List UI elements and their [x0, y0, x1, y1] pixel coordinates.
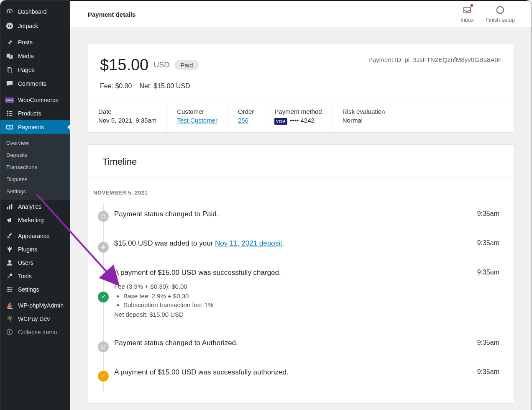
timeline-item: Payment status changed to Paid.9:35am — [92, 203, 499, 233]
timeline-details: Fee (3.9% + $0.30): $0.00Base fee: 2.9% … — [114, 283, 281, 318]
svg-rect-6 — [9, 111, 12, 112]
customer-link[interactable]: Test Customer — [177, 117, 217, 124]
sidebar-item-plugins[interactable]: Plugins — [0, 243, 70, 256]
svg-rect-4 — [7, 113, 8, 114]
inbox-button[interactable]: Inbox — [460, 5, 474, 23]
sidebar-item-posts[interactable]: Posts — [0, 36, 70, 49]
payment-id: Payment ID: pi_3JsFTN2EQznfM8yv0GBa8A0F — [368, 56, 502, 63]
timeline-item: A payment of $15.00 USD was successfully… — [92, 361, 499, 391]
svg-text:$: $ — [9, 126, 11, 129]
svg-point-14 — [8, 260, 11, 263]
timeline-item: A payment of $15.00 USD was successfully… — [92, 262, 499, 332]
timeline-dot-icon — [98, 292, 109, 302]
timeline-item: $15.00 USD was added to your Nov 11, 202… — [92, 233, 499, 262]
meta-date: DateNov 5, 2021, 9:35am — [88, 100, 167, 132]
svg-rect-3 — [7, 111, 8, 112]
timeline-date: NOVEMBER 5, 2021 — [93, 190, 499, 196]
settings-icon — [5, 286, 14, 293]
visa-icon: VISA — [274, 118, 287, 125]
sidebar-collapse[interactable]: Collapse menu — [0, 325, 70, 339]
admin-sidebar: Dashboard Jetpack Posts Media Pages Comm… — [0, 0, 70, 410]
sidebar-item-media[interactable]: Media — [0, 49, 70, 63]
products-icon — [5, 110, 14, 117]
sidebar-item-appearance[interactable]: Appearance — [0, 229, 70, 243]
marketing-icon — [5, 217, 14, 223]
timeline-text: A payment of $15.00 USD was successfully… — [114, 269, 281, 277]
svg-point-23 — [497, 7, 504, 14]
sidebar-item-marketing[interactable]: Marketing — [0, 213, 70, 227]
sidebar-item-payments[interactable]: $Payments — [0, 120, 70, 134]
plugins-icon — [5, 246, 14, 253]
analytics-icon — [5, 203, 14, 210]
submenu-disputes[interactable]: Disputes — [0, 173, 70, 185]
timeline-time: 9:35am — [477, 210, 499, 218]
timeline-dot-icon — [98, 211, 109, 222]
sidebar-item-comments[interactable]: Comments — [0, 77, 70, 91]
deposit-link[interactable]: Nov 11, 2021 deposit — [215, 239, 282, 247]
sidebar-item-analytics[interactable]: Analytics — [0, 200, 70, 213]
svg-point-18 — [8, 287, 9, 288]
sidebar-item-tools[interactable]: Tools — [0, 269, 70, 283]
timeline-text: Payment status changed to Paid. — [114, 210, 219, 218]
meta-customer: CustomerTest Customer — [167, 100, 228, 132]
svg-point-20 — [8, 290, 10, 292]
tools-icon — [5, 273, 14, 279]
timeline-dot-icon — [98, 341, 109, 352]
submenu-transactions[interactable]: Transactions — [0, 161, 70, 173]
submenu-deposits[interactable]: Deposits — [0, 149, 70, 161]
appearance-icon — [5, 233, 14, 239]
timeline-dot-icon — [98, 242, 109, 253]
sidebar-item-wcpaydev[interactable]: 🌴WCPay Dev — [0, 312, 70, 325]
submenu-settings[interactable]: Settings — [0, 185, 70, 197]
comments-icon — [5, 80, 14, 87]
svg-rect-2 — [8, 68, 12, 73]
sidebar-item-dashboard[interactable]: Dashboard — [0, 5, 70, 19]
svg-rect-13 — [11, 204, 12, 210]
svg-point-19 — [10, 289, 12, 290]
timeline-heading: Timeline — [88, 145, 514, 177]
finish-setup-button[interactable]: Finish setup — [486, 5, 515, 23]
timeline-time: 9:35am — [477, 339, 499, 346]
fee-net-row: Fee: $0.00Net: $15.00 USD — [88, 82, 514, 100]
sidebar-item-settings[interactable]: Settings — [0, 283, 70, 296]
status-badge: Paid — [174, 60, 199, 70]
collapse-icon — [5, 329, 14, 336]
sidebar-item-pages[interactable]: Pages — [0, 63, 70, 77]
timeline-text: A payment of $15.00 USD was successfully… — [114, 368, 289, 377]
sidebar-item-phpmyadmin[interactable]: ⛵WP-phpMyAdmin — [0, 299, 70, 312]
timeline-text: Payment status changed to Authorized. — [114, 339, 238, 347]
timeline-time: 9:35am — [477, 368, 499, 376]
meta-risk: Risk evaluationNormal — [332, 100, 395, 132]
sidebar-item-users[interactable]: Users — [0, 256, 70, 269]
sidebar-item-jetpack[interactable]: Jetpack — [0, 19, 70, 33]
users-icon — [5, 259, 14, 266]
svg-rect-12 — [9, 205, 10, 210]
payment-currency: USD — [153, 61, 169, 69]
meta-payment-method: Payment methodVISA•••• 4242 — [264, 100, 332, 132]
sidebar-item-products[interactable]: Products — [0, 107, 70, 120]
payments-icon: $ — [5, 123, 14, 131]
timeline-text: $15.00 USD was added to your Nov 11, 202… — [114, 239, 284, 248]
payment-summary-card: $15.00 USD Paid Payment ID: pi_3JsFTN2EQ… — [88, 44, 514, 133]
timeline-dot-icon — [98, 371, 109, 382]
svg-rect-8 — [9, 115, 12, 116]
pin-icon — [5, 39, 14, 46]
wcpay-icon: 🌴 — [5, 315, 14, 322]
page-title: Payment details — [88, 11, 136, 18]
payment-amount: $15.00 — [100, 56, 148, 74]
dashboard-icon — [5, 8, 14, 15]
topbar: Payment details Inbox Finish setup — [70, 0, 532, 27]
inbox-icon — [463, 5, 472, 16]
jetpack-icon — [5, 22, 14, 30]
timeline-time: 9:35am — [477, 239, 499, 247]
svg-rect-7 — [9, 113, 12, 114]
submenu-overview[interactable]: Overview — [0, 137, 70, 149]
payments-submenu: Overview Deposits Transactions Disputes … — [0, 134, 70, 200]
meta-order: Order256 — [228, 100, 264, 132]
sidebar-item-woocommerce[interactable]: wooWooCommerce — [0, 93, 70, 107]
setup-icon — [496, 5, 505, 16]
timeline-item: Payment status changed to Authorized.9:3… — [92, 332, 499, 361]
timeline-card: Timeline NOVEMBER 5, 2021 Payment status… — [88, 144, 514, 404]
order-link[interactable]: 256 — [238, 117, 254, 124]
svg-point-0 — [6, 23, 13, 29]
